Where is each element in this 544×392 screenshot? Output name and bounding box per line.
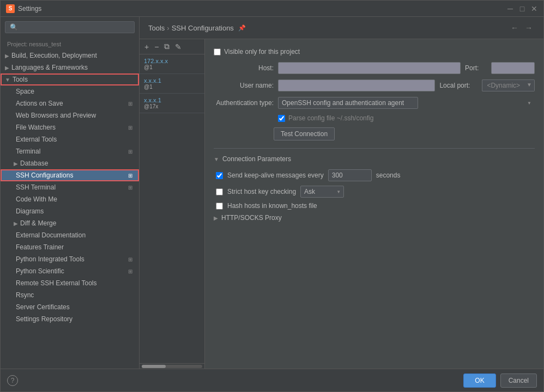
breadcrumb: Tools › SSH Configurations 📌 <box>148 24 509 32</box>
breadcrumb-separator: › <box>167 24 169 32</box>
list-item[interactable]: x.x.x.1 @17x <box>140 94 204 113</box>
footer-bar: ? OK Cancel <box>1 369 543 391</box>
nav-forward-button[interactable]: → <box>523 22 535 33</box>
sidebar-content: Project: nessus_test ▶ Build, Execution,… <box>1 38 139 369</box>
ssh-list-toolbar: + − ⧉ ✎ <box>140 39 204 54</box>
chevron-right-icon: ▶ <box>14 161 18 167</box>
sidebar-item-terminal[interactable]: Terminal ⊞ <box>1 145 139 157</box>
conn-params-label: Connection Parameters <box>222 155 291 163</box>
sidebar-item-external-doc[interactable]: External Documentation <box>1 229 139 241</box>
add-ssh-button[interactable]: + <box>143 41 150 52</box>
badge-icon: ⊞ <box>128 268 132 274</box>
http-proxy-label: HTTP/SOCKS Proxy <box>221 214 282 222</box>
dynamic-dropdown-icon[interactable]: ▼ <box>524 79 535 91</box>
ssh-detail-panel: Visible only for this project Host: Port… <box>205 39 543 369</box>
auth-type-select-wrapper: OpenSSH config and authentication agent … <box>278 97 535 109</box>
host-input[interactable] <box>278 62 461 74</box>
hash-hosts-checkbox[interactable] <box>216 203 223 210</box>
parse-config-checkbox[interactable] <box>278 115 285 122</box>
sidebar-item-file-watchers[interactable]: File Watchers ⊞ <box>1 121 139 133</box>
keepalive-checkbox[interactable] <box>216 172 223 179</box>
auth-type-label: Authentication type: <box>214 99 274 107</box>
sidebar-item-space[interactable]: Space <box>1 85 139 97</box>
badge-icon: ⊞ <box>128 256 132 262</box>
list-item[interactable]: x.x.x.1 @1 <box>140 74 204 94</box>
window-controls: ─ □ ✕ <box>506 5 538 13</box>
minimize-button[interactable]: ─ <box>506 5 514 13</box>
maximize-button[interactable]: □ <box>518 5 526 13</box>
sidebar-item-diff-merge[interactable]: ▶ Diff & Merge <box>1 217 139 229</box>
ok-button[interactable]: OK <box>463 373 495 388</box>
username-label: User name: <box>214 82 274 89</box>
sidebar-item-web-browsers[interactable]: Web Browsers and Preview <box>1 109 139 121</box>
sidebar-item-settings-repository[interactable]: Settings Repository <box>1 313 139 325</box>
dynamic-label: <Dynamic> <box>482 79 524 91</box>
sidebar-item-tools[interactable]: ▼ Tools <box>1 74 139 85</box>
auth-type-select[interactable]: OpenSSH config and authentication agent … <box>278 97 418 109</box>
strict-host-select[interactable]: Ask Yes No <box>300 186 344 198</box>
test-connection-button[interactable]: Test Connection <box>274 127 335 140</box>
settings-window: S Settings ─ □ ✕ Project: nessus_test ▶ … <box>0 0 544 392</box>
sidebar-item-features-trainer[interactable]: Features Trainer <box>1 241 139 253</box>
pin-icon: 📌 <box>238 24 246 32</box>
parse-config-row: Parse config file ~/.ssh/config <box>278 114 535 122</box>
strict-host-checkbox[interactable] <box>216 188 223 195</box>
visible-only-label: Visible only for this project <box>224 48 300 56</box>
sidebar-item-external-tools[interactable]: External Tools <box>1 133 139 145</box>
list-item[interactable]: 172.x.x.x @1 <box>140 54 204 74</box>
visible-only-row: Visible only for this project <box>214 48 535 56</box>
sidebar-item-database[interactable]: ▶ Database <box>1 157 139 169</box>
breadcrumb-current: SSH Configurations <box>172 24 234 32</box>
section-divider <box>214 148 535 149</box>
edit-ssh-button[interactable]: ✎ <box>173 41 183 52</box>
sidebar-item-lang-framework[interactable]: ▶ Languages & Frameworks <box>1 62 139 74</box>
username-input[interactable] <box>278 79 435 91</box>
sidebar-item-diagrams[interactable]: Diagrams <box>1 205 139 217</box>
keepalive-unit: seconds <box>376 171 401 179</box>
sidebar-item-python-scientific[interactable]: Python Scientific ⊞ <box>1 265 139 277</box>
nav-back-button[interactable]: ← <box>509 22 521 33</box>
sidebar-item-rsync[interactable]: Rsync <box>1 289 139 301</box>
chevron-down-icon: ▼ <box>5 77 10 83</box>
connection-parameters-section: ▼ Connection Parameters Send keep-alive … <box>214 155 535 210</box>
sidebar-item-ssh-terminal[interactable]: SSH Terminal ⊞ <box>1 181 139 193</box>
visible-only-checkbox[interactable] <box>214 48 221 56</box>
breadcrumb-parent: Tools <box>148 24 165 32</box>
app-icon: S <box>6 4 15 13</box>
remove-ssh-button[interactable]: − <box>153 41 160 52</box>
badge-icon: ⊞ <box>128 149 132 155</box>
http-proxy-section: ▶ HTTP/SOCKS Proxy <box>214 214 535 222</box>
help-button[interactable]: ? <box>7 375 18 386</box>
sidebar-item-ssh-configurations[interactable]: SSH Configurations ⊞ <box>1 169 139 181</box>
port-input[interactable] <box>491 62 535 74</box>
ssh-list-panel: + − ⧉ ✎ 172.x.x.x @1 x.x.x.1 @1 <box>140 39 205 369</box>
badge-icon: ⊞ <box>128 101 132 107</box>
badge-icon: ⊞ <box>128 125 132 131</box>
scrollbar-thumb <box>142 365 166 368</box>
ssh-list: 172.x.x.x @1 x.x.x.1 @1 x.x.x.1 @17x <box>140 54 204 363</box>
ssh-list-scrollbar[interactable] <box>140 363 204 369</box>
sidebar-item-actions-on-save[interactable]: Actions on Save ⊞ <box>1 97 139 109</box>
sidebar-item-python-integrated-tools[interactable]: Python Integrated Tools ⊞ <box>1 253 139 265</box>
copy-ssh-button[interactable]: ⧉ <box>162 41 171 52</box>
cancel-button[interactable]: Cancel <box>500 373 537 388</box>
username-row: User name: Local port: <Dynamic> ▼ <box>214 79 535 91</box>
port-label: Port: <box>465 64 487 72</box>
strict-host-select-wrapper: Ask Yes No <box>300 186 344 198</box>
sidebar-item-remote-ssh[interactable]: Remote SSH External Tools <box>1 277 139 289</box>
close-button[interactable]: ✕ <box>530 5 538 13</box>
main-content: Project: nessus_test ▶ Build, Execution,… <box>1 17 543 369</box>
sidebar-item-code-with-me[interactable]: Code With Me <box>1 193 139 205</box>
local-port-label: Local port: <box>439 82 477 89</box>
expand-icon: ▶ <box>214 215 218 221</box>
strict-host-row: Strict host key checking Ask Yes No <box>216 186 535 198</box>
host-label: Host: <box>214 64 274 72</box>
sidebar-item-server-certificates[interactable]: Server Certificates <box>1 301 139 313</box>
panel-body: + − ⧉ ✎ 172.x.x.x @1 x.x.x.1 @1 <box>140 39 543 369</box>
search-input[interactable] <box>5 21 135 33</box>
project-label: Project: nessus_test <box>1 38 139 50</box>
sidebar-item-build-exec[interactable]: ▶ Build, Execution, Deployment <box>1 50 139 62</box>
keepalive-input[interactable] <box>328 169 372 181</box>
panel-header: Tools › SSH Configurations 📌 ← → <box>140 17 543 39</box>
host-row: Host: Port: <box>214 62 535 74</box>
